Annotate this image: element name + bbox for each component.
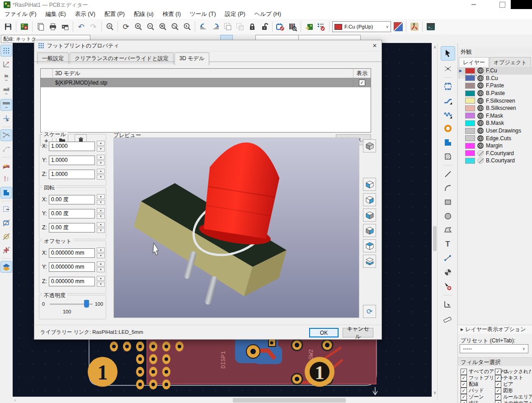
lock-button[interactable]: [246, 21, 258, 33]
checkbox-checked-icon[interactable]: ✓: [461, 388, 467, 394]
spin-down-icon[interactable]: ▼: [97, 253, 105, 258]
router-settings-button[interactable]: [408, 21, 420, 33]
add-footprint-button[interactable]: [443, 81, 453, 92]
undo-button[interactable]: ↶: [75, 21, 87, 33]
checkbox-checked-icon[interactable]: ✓: [461, 400, 467, 403]
spin-up-icon[interactable]: ▲: [97, 261, 105, 266]
view-back-button[interactable]: [363, 224, 376, 237]
offset-x-input[interactable]: [49, 248, 95, 258]
hide-footprints-toggle[interactable]: [1, 218, 12, 228]
pad-display-mode-toggle[interactable]: [1, 231, 12, 242]
layer-row-fcourtyard[interactable]: F.Courtyard: [458, 150, 532, 157]
visibility-eye-icon[interactable]: [477, 67, 484, 74]
layer-display-options-expander[interactable]: ▶ レイヤー表示オプション: [458, 325, 532, 334]
menu-preferences[interactable]: 設定 (P): [221, 9, 250, 19]
reload-model-button[interactable]: ⟳: [363, 305, 376, 318]
route-tracks-button[interactable]: [443, 95, 453, 106]
opacity-slider[interactable]: [50, 300, 93, 308]
redraw-button[interactable]: ⟳: [120, 21, 132, 33]
filter-pads[interactable]: ✓パッド: [461, 387, 484, 394]
rotation-x-input[interactable]: [49, 195, 95, 204]
scripting-console-button[interactable]: >_: [424, 21, 437, 33]
close-icon[interactable]: ✕: [371, 42, 379, 50]
spin-down-icon[interactable]: ▼: [97, 228, 105, 233]
filter-rule-areas[interactable]: ✓ルールエリア: [495, 394, 532, 400]
visibility-eye-icon[interactable]: [477, 135, 484, 142]
visibility-eye-icon[interactable]: [477, 75, 484, 81]
redo-button[interactable]: ↷: [87, 21, 99, 33]
dialog-title-bar[interactable]: フットプリントのプロパティ ✕: [34, 40, 381, 52]
group-button[interactable]: [221, 21, 234, 33]
menu-edit[interactable]: 編集 (E): [41, 9, 71, 19]
checkbox-checked-icon[interactable]: ✓: [461, 375, 467, 381]
cancel-button[interactable]: キャンセル: [343, 328, 373, 337]
layer-row-fmask[interactable]: F.Mask: [458, 112, 532, 120]
checkbox-checked-icon[interactable]: ✓: [495, 400, 501, 403]
save-button[interactable]: [2, 21, 14, 33]
update-pcb-from-schematic-button[interactable]: [303, 21, 315, 33]
layer-swatch[interactable]: [465, 113, 475, 119]
menu-inspect[interactable]: 検査 (I): [158, 9, 185, 19]
spin-up-icon[interactable]: ▲: [97, 208, 105, 213]
view-isometric-button[interactable]: [363, 139, 376, 152]
checkbox-checked-icon[interactable]: ✓: [495, 369, 501, 375]
layer-swatch[interactable]: [465, 135, 475, 141]
spin-up-icon[interactable]: ▲: [97, 155, 105, 160]
net-highlight-toggle[interactable]: [1, 160, 12, 171]
spin-up-icon[interactable]: ▲: [97, 247, 105, 252]
rotate-ccw-button[interactable]: [197, 21, 209, 33]
print-button[interactable]: [47, 21, 59, 33]
selection-filter-toggle[interactable]: [1, 204, 12, 215]
layer-swatch[interactable]: [465, 98, 475, 104]
filter-text[interactable]: ✓テキスト: [495, 375, 523, 381]
model-visible-checkbox[interactable]: ✓: [359, 80, 365, 86]
tab-3d-models[interactable]: 3D モデル: [174, 52, 210, 65]
layer-row-bsilkscreen[interactable]: B.Silkscreen: [458, 104, 532, 112]
scale-y-input[interactable]: [49, 156, 95, 165]
layer-row-userdrawings[interactable]: User.Drawings: [458, 127, 532, 135]
spin-down-icon[interactable]: ▼: [97, 214, 105, 219]
view-right-button[interactable]: [363, 193, 376, 206]
visibility-eye-icon[interactable]: [477, 98, 484, 104]
layer-row-bpaste[interactable]: B.Paste: [458, 90, 532, 97]
delete-tool-button[interactable]: [443, 281, 453, 292]
offset-y-input[interactable]: [49, 262, 95, 272]
units-mm-toggle[interactable]: mm↔: [1, 100, 12, 110]
local-ratsnest-button[interactable]: [443, 63, 453, 74]
checkbox-checked-icon[interactable]: ✓: [461, 394, 467, 400]
checkbox-checked-icon[interactable]: ✓: [495, 394, 501, 400]
add-via-button[interactable]: [443, 123, 453, 134]
layer-row-margin[interactable]: Margin: [458, 142, 532, 150]
visibility-hidden-icon[interactable]: [477, 157, 484, 164]
update-footprints-button[interactable]: [274, 21, 287, 33]
menu-file[interactable]: ファイル (F): [0, 9, 41, 19]
tab-clearance[interactable]: クリアランスのオーバーライドと設定: [70, 52, 174, 64]
slider-handle[interactable]: [84, 300, 89, 308]
draw-polygon-button[interactable]: [443, 225, 453, 236]
layer-swatch[interactable]: [465, 158, 475, 164]
visibility-eye-icon[interactable]: [477, 128, 484, 134]
layers-manager-toggle[interactable]: [1, 261, 12, 272]
model-table-row[interactable]: ${KIPRJMOD}/led.stp ✓: [41, 78, 371, 87]
spin-down-icon[interactable]: ▼: [97, 282, 105, 287]
add-dimension-button[interactable]: [443, 253, 453, 264]
view-top-button[interactable]: [363, 239, 376, 252]
polar-coordinates-toggle[interactable]: [1, 59, 12, 70]
vscroll-thumb[interactable]: [433, 226, 437, 251]
add-zone-button[interactable]: [443, 137, 453, 148]
grid-dots-toggle[interactable]: [1, 45, 12, 56]
layer-swatch[interactable]: [465, 143, 475, 149]
board-setup-button[interactable]: [18, 21, 30, 33]
filter-graphics[interactable]: ✓図形: [495, 387, 513, 394]
spin-down-icon[interactable]: ▼: [97, 200, 105, 205]
layer-selector[interactable]: F.Cu (PgUp) ∨: [332, 21, 391, 32]
draw-rectangle-button[interactable]: [443, 197, 453, 208]
library-browser-button[interactable]: [287, 21, 299, 33]
via-display-mode-toggle[interactable]: [1, 245, 12, 256]
zoom-selection-button[interactable]: [181, 21, 193, 33]
spin-down-icon[interactable]: ▼: [97, 161, 105, 166]
filter-zones[interactable]: ✓ゾーン: [461, 394, 484, 400]
maximize-button[interactable]: [499, 2, 505, 8]
scale-z-input[interactable]: [49, 170, 95, 179]
visibility-hidden-icon[interactable]: [477, 150, 484, 156]
